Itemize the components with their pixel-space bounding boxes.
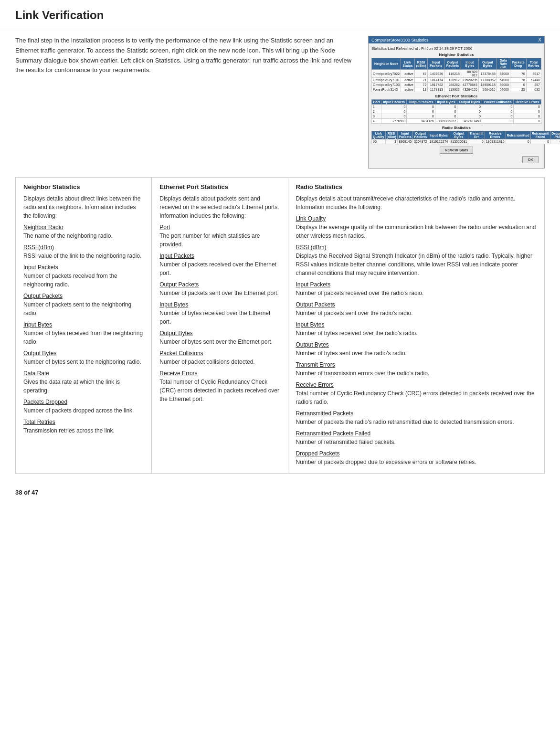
neighbor-item-desc: Number of packets dropped across the lin… bbox=[23, 406, 144, 415]
ethernet-item-label: Packet Collisions bbox=[159, 350, 280, 357]
radio-item-label: Input Bytes bbox=[296, 321, 537, 328]
mock-window-title: ComputerStore3103 Statistics bbox=[371, 38, 429, 42]
ethernet-item-desc: Number of bytes sent over the Ethernet p… bbox=[159, 338, 280, 346]
neighbor-item-label: Output Bytes bbox=[23, 350, 144, 357]
radio-item-label: Link Quality bbox=[296, 215, 537, 222]
mock-radio-table: Link QualityRSSI (dBm)Input PacketsOutpu… bbox=[371, 131, 560, 144]
mock-window-body: Statistics Last Refreshed at : Fri Jun 0… bbox=[369, 43, 544, 168]
page-indicator: 38 of 47 bbox=[15, 489, 38, 496]
radio-stats-header: Radio Statistics bbox=[296, 183, 537, 190]
ethernet-stats-desc: Displays details about packets sent and … bbox=[159, 194, 280, 220]
radio-item-label: Output Bytes bbox=[296, 341, 537, 348]
mock-ethernet-section-title: Ethernet Port Statistics bbox=[371, 94, 541, 98]
radio-item-desc: Total number of Cyclic Redundancy Check … bbox=[296, 389, 537, 406]
neighbor-stats-desc: Displays details about direct links betw… bbox=[23, 194, 144, 220]
ethernet-item-desc: Number of packet collisions detected. bbox=[159, 358, 280, 366]
radio-item-desc: Number of packets received over the radi… bbox=[296, 289, 537, 297]
neighbor-item-label: Input Bytes bbox=[23, 321, 144, 328]
mock-statistics-window: ComputerStore3103 Statistics X Statistic… bbox=[368, 36, 545, 169]
mock-refresh-button[interactable]: Refresh Stats bbox=[440, 147, 473, 154]
mock-stats-refreshed: Statistics Last Refreshed at : Fri Jun 0… bbox=[371, 46, 541, 51]
radio-item-desc: Number of packets dropped due to excessi… bbox=[296, 458, 537, 466]
neighbor-item-desc: Transmission retries across the link. bbox=[23, 426, 144, 435]
neighbor-item-desc: Number of bytes sent to the neighboring … bbox=[23, 358, 144, 366]
neighbor-item-label: RSSI (dBm) bbox=[23, 244, 144, 251]
page-header: Link Verification bbox=[0, 0, 560, 27]
ethernet-item-label: Output Packets bbox=[159, 281, 280, 288]
mock-ethernet-table: PortInput PacketsOutput PacketsInput Byt… bbox=[371, 99, 541, 124]
neighbor-item-label: Total Retries bbox=[23, 419, 144, 425]
ethernet-item-label: Input Bytes bbox=[159, 301, 280, 308]
stats-section: Neighbor Statistics Displays details abo… bbox=[15, 177, 545, 474]
intro-text: The final step in the installation proce… bbox=[15, 36, 353, 169]
radio-stats-desc: Displays details about transmit/receive … bbox=[296, 194, 537, 211]
radio-item-label: Dropped Packets bbox=[296, 450, 537, 457]
ethernet-item-label: Output Bytes bbox=[159, 330, 280, 337]
radio-item-label: Transmit Errors bbox=[296, 361, 537, 368]
radio-item-label: Retransmitted Packets bbox=[296, 410, 537, 417]
radio-item-label: Receive Errors bbox=[296, 381, 537, 388]
mock-window-titlebar: ComputerStore3103 Statistics X bbox=[369, 36, 544, 43]
neighbor-item-label: Data Rate bbox=[23, 370, 144, 377]
neighbor-item-label: Neighbor Radio bbox=[23, 224, 144, 231]
neighbor-item-desc: RSSI value of the link to the neighborin… bbox=[23, 252, 144, 260]
neighbor-item-label: Packets Dropped bbox=[23, 399, 144, 405]
mock-ok-button[interactable]: OK bbox=[522, 156, 539, 163]
neighbor-stats-col: Neighbor Statistics Displays details abo… bbox=[16, 178, 152, 473]
ethernet-item-desc: The port number for which statistics are… bbox=[159, 232, 280, 249]
ethernet-item-desc: Total number of Cyclic Redundancy Check … bbox=[159, 378, 280, 403]
radio-item-desc: Number of bytes received over the radio'… bbox=[296, 329, 537, 338]
neighbor-item-desc: Number of packets sent to the neighborin… bbox=[23, 300, 144, 317]
ethernet-stats-col: Ethernet Port Statistics Displays detail… bbox=[152, 178, 288, 473]
neighbor-item-label: Output Packets bbox=[23, 293, 144, 299]
radio-item-desc: Displays the average quality of the comm… bbox=[296, 223, 537, 240]
ethernet-item-label: Input Packets bbox=[159, 253, 280, 259]
ethernet-item-desc: Number of packets sent over the Ethernet… bbox=[159, 289, 280, 297]
ethernet-item-label: Receive Errors bbox=[159, 370, 280, 377]
radio-item-desc: Number of bytes sent over the radio's ra… bbox=[296, 349, 537, 358]
neighbor-item-desc: Number of packets received from the neig… bbox=[23, 272, 144, 289]
radio-item-desc: Number of packets the radio's radio retr… bbox=[296, 418, 537, 426]
neighbor-item-desc: Gives the data rate at which the link is… bbox=[23, 378, 144, 395]
radio-item-label: RSSI (dBm) bbox=[296, 244, 537, 251]
neighbor-item-desc: The name of the neighboring radio. bbox=[23, 232, 144, 240]
ethernet-stats-header: Ethernet Port Statistics bbox=[159, 183, 280, 190]
mock-neighbor-table: Neighbor NodeLink StatusRSSI (dBm)Input … bbox=[371, 58, 541, 92]
page-title: Link Verification bbox=[15, 9, 545, 22]
neighbor-item-desc: Number of bytes received from the neighb… bbox=[23, 329, 144, 346]
radio-item-desc: Number of packets sent over the radio's … bbox=[296, 309, 537, 317]
radio-item-desc: Number of retransmitted failed packets. bbox=[296, 438, 537, 446]
intro-section: The final step in the installation proce… bbox=[0, 27, 560, 177]
radio-item-desc: Number of transmission errors over the r… bbox=[296, 369, 537, 378]
radio-stats-col: Radio Statistics Displays details about … bbox=[288, 178, 545, 473]
page-footer: 38 of 47 bbox=[0, 485, 560, 500]
radio-item-label: Output Packets bbox=[296, 301, 537, 308]
mock-window-close-button[interactable]: X bbox=[538, 37, 541, 42]
neighbor-item-label: Input Packets bbox=[23, 264, 144, 271]
radio-item-desc: Displays the Received Signal Strength In… bbox=[296, 252, 537, 277]
radio-item-label: Retransmitted Packets Failed bbox=[296, 430, 537, 437]
ethernet-item-label: Port bbox=[159, 224, 280, 231]
ethernet-item-desc: Number of bytes received over the Ethern… bbox=[159, 309, 280, 326]
neighbor-stats-header: Neighbor Statistics bbox=[23, 183, 144, 190]
ethernet-item-desc: Number of packets received over the Ethe… bbox=[159, 260, 280, 277]
mock-radio-section-title: Radio Statistics bbox=[371, 126, 541, 130]
mock-neighbor-section-title: Neighbor Statistics bbox=[371, 53, 541, 57]
radio-item-label: Input Packets bbox=[296, 281, 537, 288]
